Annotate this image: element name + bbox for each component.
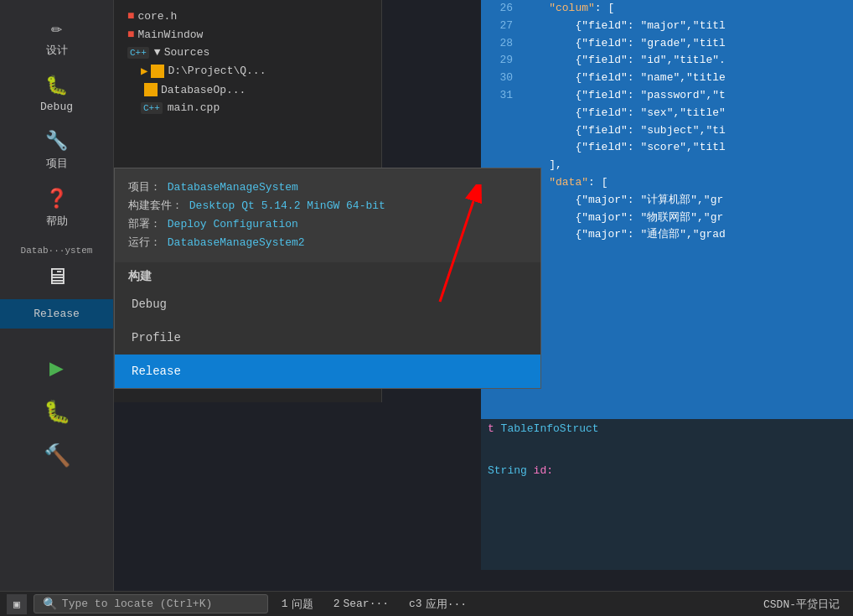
wrench-icon: 🔧 bbox=[45, 130, 68, 153]
menu-section-build: 构建 bbox=[115, 262, 540, 287]
sidebar: ✏️ 设计 🐛 Debug 🔧 项目 ❓ 帮助 Datab···ystem 🖥 … bbox=[0, 0, 114, 616]
code-line-31: 31 {"field": "password","t bbox=[481, 87, 853, 105]
search-icon: 🔍 bbox=[43, 597, 57, 611]
tree-item-databaseop[interactable]: DatabaseOp... bbox=[114, 80, 381, 99]
help-icon: ❓ bbox=[45, 188, 68, 210]
search-bar[interactable]: 🔍 Type to locate (Ctrl+K) bbox=[34, 594, 268, 613]
file-icon-red2: ■ bbox=[127, 28, 134, 41]
sidebar-release-label: Release bbox=[34, 308, 80, 320]
folder-color-icon bbox=[151, 65, 164, 78]
sidebar-item-debug[interactable]: 🐛 Debug bbox=[0, 66, 113, 122]
lower-code-panel: t TableInfoStruct String id: bbox=[481, 419, 853, 570]
tooltip-deploy-row: 部署： Deploy Configuration bbox=[128, 215, 527, 234]
code-line-34: {"field": "score","titl bbox=[481, 139, 853, 157]
left-bottom-area bbox=[114, 402, 481, 591]
tree-item-mainwindow[interactable]: ■ MainWindow bbox=[114, 25, 381, 44]
cpp-folder-icon: C++ bbox=[127, 47, 149, 59]
status-bar: ▣ 🔍 Type to locate (Ctrl+K) 1 问题 2 Sear·… bbox=[0, 591, 853, 616]
tree-label-databaseop: DatabaseOp... bbox=[161, 84, 246, 96]
hammer-icon: 🔨 bbox=[44, 443, 70, 469]
lower-code-line-2 bbox=[481, 440, 853, 461]
play-icon: ▶ bbox=[49, 354, 64, 382]
code-line-28: 28 {"field": "grade","titl bbox=[481, 35, 853, 53]
tree-label-dproject: D:\Project\Q... bbox=[168, 65, 266, 77]
tree-item-dproject[interactable]: ▶ D:\Project\Q... bbox=[114, 61, 381, 80]
file-tree: ■ core.h ■ MainWindow C++ ▼ Sources ▶ D:… bbox=[114, 0, 381, 123]
menu-item-debug[interactable]: Debug bbox=[115, 287, 540, 321]
code-line-27: 27 {"field": "major","titl bbox=[481, 18, 853, 35]
menu-debug-label: Debug bbox=[132, 298, 167, 311]
menu-item-release[interactable]: Release bbox=[115, 355, 540, 388]
code-line-32: {"field": "sex","title" bbox=[481, 105, 853, 122]
folder-color-icon2 bbox=[144, 83, 158, 96]
tooltip-info: 项目： DatabaseManageSystem 构建套件： Desktop Q… bbox=[115, 168, 540, 262]
tree-label-mainwindow: MainWindow bbox=[137, 28, 203, 41]
expand-icon-sources: ▼ bbox=[154, 46, 161, 59]
lower-code-line-1: t TableInfoStruct bbox=[481, 419, 853, 440]
panel-toggle-icon: ▣ bbox=[13, 598, 20, 611]
bug-icon: 🐛 bbox=[45, 75, 68, 97]
debug-run-button[interactable]: 🐛 bbox=[0, 391, 113, 434]
run-button[interactable]: ▶ bbox=[0, 345, 113, 391]
status-app: c3 应用··· bbox=[402, 597, 473, 612]
status-line-num: 1 问题 bbox=[275, 597, 320, 612]
sidebar-item-release[interactable]: Release bbox=[0, 299, 113, 329]
panel-toggle-button[interactable]: ▣ bbox=[7, 594, 27, 614]
design-icon: ✏️ bbox=[51, 17, 62, 39]
menu-item-profile[interactable]: Profile bbox=[115, 321, 540, 355]
menu-release-label: Release bbox=[132, 365, 181, 378]
monitor-icon: 🖥 bbox=[45, 262, 69, 291]
debug-run-icon: 🐛 bbox=[44, 399, 70, 426]
code-line-29: 29 {"field": "id","title". bbox=[481, 52, 853, 70]
tooltip-project-row: 项目： DatabaseManageSystem bbox=[128, 179, 527, 197]
code-line-33: {"field": "subject","ti bbox=[481, 122, 853, 140]
device-label: Datab···ystem bbox=[14, 242, 100, 259]
sidebar-item-project[interactable]: 🔧 项目 bbox=[0, 122, 113, 179]
tree-label-maincpp: main.cpp bbox=[168, 101, 220, 114]
status-right-label: CSDN-平贷日记 bbox=[757, 597, 846, 612]
tree-item-coreh[interactable]: ■ core.h bbox=[114, 7, 381, 25]
sidebar-label-project: 项目 bbox=[46, 156, 68, 171]
tree-item-maincpp[interactable]: C++ main.cpp bbox=[114, 99, 381, 116]
tree-label-sources: Sources bbox=[164, 46, 210, 59]
cpp-icon: C++ bbox=[141, 102, 163, 114]
code-line-26: 26 "colum": [ bbox=[481, 0, 853, 18]
sidebar-label-help: 帮助 bbox=[46, 214, 68, 229]
tree-item-sources[interactable]: C++ ▼ Sources bbox=[114, 44, 381, 61]
menu-profile-label: Profile bbox=[132, 331, 181, 344]
tree-label-coreh: core.h bbox=[137, 10, 177, 23]
search-placeholder: Type to locate (Ctrl+K) bbox=[62, 598, 212, 610]
sidebar-item-design[interactable]: ✏️ 设计 bbox=[0, 8, 113, 66]
sidebar-item-help[interactable]: ❓ 帮助 bbox=[0, 179, 113, 237]
folder-icon: ▶ bbox=[141, 64, 147, 78]
lower-code-line-3: String id: bbox=[481, 461, 853, 482]
tooltip-popup: 项目： DatabaseManageSystem 构建套件： Desktop Q… bbox=[114, 168, 541, 389]
device-block: Datab···ystem 🖥 bbox=[0, 237, 113, 299]
status-search: 2 Sear··· bbox=[327, 598, 395, 610]
sidebar-label-design: 设计 bbox=[46, 43, 68, 58]
build-button[interactable]: 🔨 bbox=[0, 434, 113, 478]
file-icon-red: ■ bbox=[127, 9, 134, 23]
tooltip-run-row: 运行： DatabaseManageSystem2 bbox=[128, 234, 527, 252]
sidebar-label-debug: Debug bbox=[40, 101, 73, 113]
tooltip-build-row: 构建套件： Desktop Qt 5.14.2 MinGW 64-bit bbox=[128, 197, 527, 215]
code-line-30: 30 {"field": "name","title bbox=[481, 70, 853, 87]
